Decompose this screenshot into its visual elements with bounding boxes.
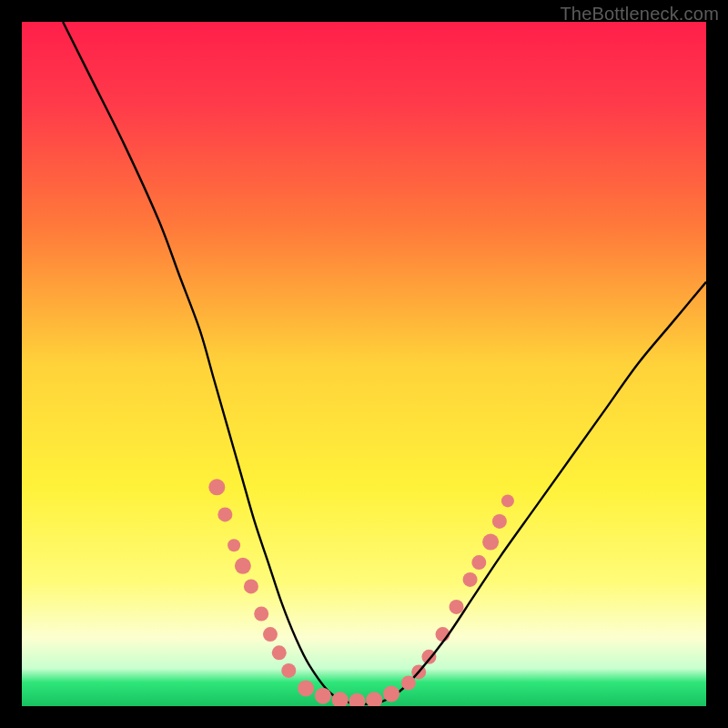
data-marker xyxy=(235,558,251,574)
data-marker xyxy=(492,514,507,529)
data-marker xyxy=(281,663,296,678)
data-marker xyxy=(228,539,240,551)
data-marker xyxy=(208,479,225,495)
data-marker xyxy=(315,688,331,704)
plot-area xyxy=(22,22,706,706)
data-marker xyxy=(272,645,287,660)
data-marker xyxy=(401,675,416,690)
data-marker xyxy=(217,507,232,521)
data-marker xyxy=(263,627,278,642)
data-marker xyxy=(463,572,478,587)
curve-layer xyxy=(22,22,706,706)
data-marker xyxy=(482,534,499,551)
chart-frame: TheBottleneck.com xyxy=(0,0,728,728)
data-marker xyxy=(254,606,268,621)
data-marker xyxy=(298,680,314,696)
data-marker xyxy=(450,600,464,614)
data-marker xyxy=(383,685,399,702)
attribution-label: TheBottleneck.com xyxy=(560,4,719,25)
data-marker xyxy=(366,692,382,706)
data-marker xyxy=(471,555,486,570)
bottleneck-curve xyxy=(63,22,706,704)
data-marker xyxy=(244,579,258,593)
data-marker xyxy=(349,693,365,706)
data-marker xyxy=(332,692,349,706)
data-marker xyxy=(501,494,514,507)
